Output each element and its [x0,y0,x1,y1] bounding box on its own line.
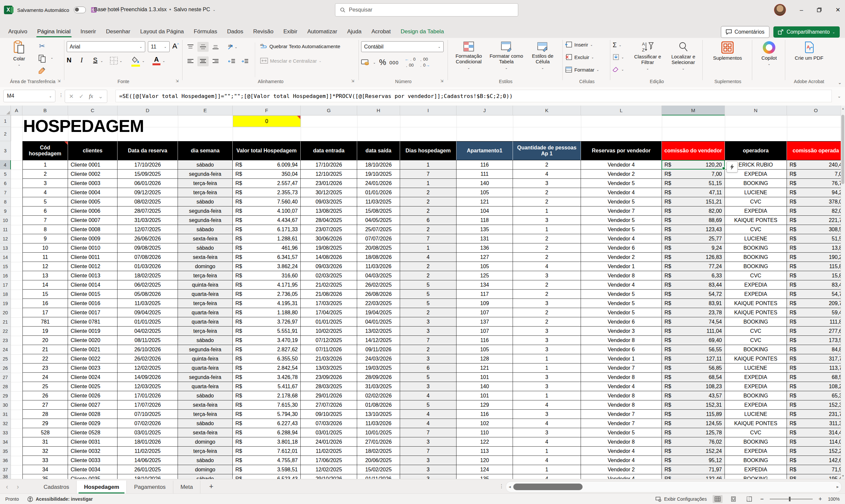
cell-B35[interactable]: 32 [22,447,68,456]
cell-D5[interactable]: 15/09/2025 [118,169,178,179]
cell-B10[interactable]: 7 [22,216,68,225]
cell-B8[interactable]: 5 [22,197,68,206]
cell-L34[interactable]: Vendedor 8 [581,437,662,447]
cell-I15[interactable]: 2 [400,262,457,271]
cell-C10[interactable]: Cliente 0007 [68,216,118,225]
format-as-table-button[interactable]: Formatar como Tabela⌄ [489,41,524,70]
cell-E34[interactable]: domingo [178,437,233,447]
cell-F8[interactable]: R$7.560,40 [233,197,301,206]
column-header-E[interactable]: E [178,106,233,115]
row-header-20[interactable]: 20 [0,308,11,317]
cell-H10[interactable]: 04/05/2025 [357,216,400,225]
cell-C6[interactable]: Cliente 0003 [68,179,118,188]
table-header-L3[interactable]: Reservas por vendedor [581,141,662,160]
cell-C36[interactable]: Cliente 0033 [68,456,118,465]
cell-B11[interactable]: 8 [22,225,68,234]
cell-H26[interactable]: 19/03/2025 [357,363,400,373]
cell-I28[interactable]: 3 [400,382,457,391]
cell-K30[interactable]: 4 [513,400,581,410]
cell-K19[interactable]: 3 [513,299,581,308]
cell-C26[interactable]: Cliente 0023 [68,363,118,373]
row-header-4[interactable]: 4 [0,160,11,169]
cell-E4[interactable]: sábado [178,160,233,169]
row-header-30[interactable]: 30 [0,400,11,410]
cell-J38[interactable]: 135 [457,474,513,479]
cell-G30[interactable]: 27/07/2026 [301,400,357,410]
cell-E36[interactable]: sábado [178,456,233,465]
cell-D31[interactable]: 07/10/2025 [118,410,178,419]
cell-F6[interactable]: R$2.557,47 [233,179,301,188]
cell-D36[interactable]: 14/06/2025 [118,456,178,465]
cell-H13[interactable]: 20/08/2025 [357,244,400,253]
cell-N18[interactable]: EXPEDIA [725,290,787,299]
cell-C9[interactable]: Cliente 0006 [68,206,118,216]
cell-H38[interactable]: 01/11/2026 [357,474,400,479]
cell-B22[interactable]: 19 [22,326,68,336]
align-middle-icon[interactable] [197,42,209,52]
cell-M6[interactable]: R$51,15 [662,179,725,188]
cell-I22[interactable]: 3 [400,326,457,336]
copy-icon[interactable] [38,54,46,63]
cell-C14[interactable]: Cliente 0011 [68,253,118,262]
cell-O16[interactable]: R$15,8 [787,271,845,281]
cell-E21[interactable]: quarta-feira [178,317,233,326]
cell-F11[interactable]: R$6.171,33 [233,225,301,234]
share-button[interactable]: Compartilhamento ⌄ [773,26,840,38]
cell-J13[interactable]: 136 [457,244,513,253]
formula-input[interactable]: =SE([@[Valor total Hospedagem]]="";"";[@… [116,90,832,102]
cell-C25[interactable]: Cliente 0022 [68,354,118,363]
cell-K14[interactable]: 2 [513,253,581,262]
cell-K11[interactable]: 1 [513,225,581,234]
display-settings-button[interactable]: Exibir Configurações [655,497,707,502]
cell-D25[interactable]: 26/02/2026 [118,354,178,363]
number-format-select[interactable]: Contábil⌄ [361,41,444,52]
cell-C13[interactable]: Cliente 0010 [68,244,118,253]
increase-indent-icon[interactable] [239,56,251,66]
cell-E10[interactable]: segunda-feira [178,216,233,225]
vertical-scroll-thumb[interactable] [841,115,844,184]
cell-I24[interactable]: 2 [400,345,457,354]
cell-D33[interactable]: 03/01/2025 [118,428,178,437]
cell-F23[interactable]: R$3.470,19 [233,336,301,345]
cell-L4[interactable]: Vendedor 4 [581,160,662,169]
cell-B36[interactable]: 33 [22,456,68,465]
ribbon-tab-exibir[interactable]: Exibir [278,25,302,38]
cell-G18[interactable]: 21/08/2026 [301,290,357,299]
cell-F17[interactable]: R$4.171,95 [233,281,301,290]
comma-style-icon[interactable]: 000 [389,60,399,65]
cell-F16[interactable]: R$316,60 [233,271,301,281]
cell-I32[interactable]: 4 [400,419,457,428]
column-header-K[interactable]: K [513,106,581,115]
cell-F9[interactable]: R$4.100,07 [233,206,301,216]
cell-G7[interactable]: 30/12/2025 [301,188,357,197]
table-header-I3[interactable]: Dias hospedagem [400,141,457,160]
cell-H23[interactable]: 14/12/2025 [357,336,400,345]
cell-E37[interactable]: domingo [178,465,233,474]
cell-F1[interactable]: 0 [233,115,301,127]
cell-M5[interactable]: R$7,00 [662,169,725,179]
cell-M24[interactable]: R$56,55 [662,345,725,354]
cell-F36[interactable]: R$4.755,87 [233,456,301,465]
cell-I10[interactable]: 6 [400,216,457,225]
cell-F24[interactable]: R$2.827,62 [233,345,301,354]
cell-L8[interactable]: Vendedor 5 [581,197,662,206]
scroll-right-icon[interactable]: ▸ [837,484,839,489]
cell-M29[interactable]: R$43,57 [662,391,725,400]
cell-G37[interactable]: 12/02/2025 [301,465,357,474]
cell-F10[interactable]: R$4.434,67 [233,216,301,225]
cell-E24[interactable]: segunda-feira [178,345,233,354]
autosave-toggle[interactable] [74,6,86,13]
cell-F4[interactable]: R$6.009,94 [233,160,301,169]
cell-O22[interactable]: R$277,6 [787,326,845,336]
cell-M12[interactable]: R$25,77 [662,234,725,244]
cell-D18[interactable]: 05/08/2026 [118,290,178,299]
cell-J20[interactable]: 107 [457,308,513,317]
column-header-J[interactable]: J [457,106,513,115]
cell-J12[interactable]: 131 [457,234,513,244]
cell-D37[interactable]: 26/01/2025 [118,465,178,474]
cell-D6[interactable]: 06/01/2026 [118,179,178,188]
zoom-level[interactable]: 100% [828,497,840,502]
cell-I26[interactable]: 6 [400,363,457,373]
cell-G8[interactable]: 09/03/2025 [301,197,357,206]
decrease-decimal-icon[interactable]: ﹐00﹒0→ [419,56,430,68]
